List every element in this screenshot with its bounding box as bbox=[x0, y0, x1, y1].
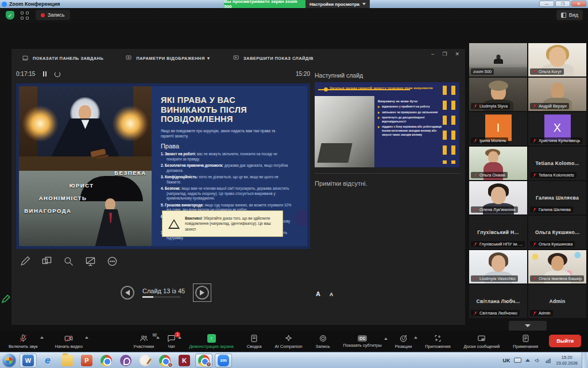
view-button[interactable]: Вид bbox=[556, 10, 583, 20]
taskbar-viber[interactable] bbox=[117, 354, 134, 367]
recording-indicator[interactable]: Запись bbox=[36, 10, 70, 20]
warning-callout: Важливо! Зберігайте доказ того, що ви зд… bbox=[162, 210, 283, 237]
taskbar-word[interactable]: W bbox=[20, 354, 37, 367]
start-video-button[interactable]: Начать видео bbox=[51, 334, 87, 349]
chevron-up-icon[interactable] bbox=[414, 336, 417, 339]
taskbar-internet-explorer[interactable]: e bbox=[39, 354, 56, 367]
start-button[interactable] bbox=[2, 354, 16, 367]
record-button[interactable]: Запись bbox=[312, 334, 334, 349]
system-tray: UK 15:20 23.02.2026 bbox=[502, 352, 588, 368]
pen-tool-icon[interactable] bbox=[20, 256, 30, 267]
chevron-up-icon[interactable] bbox=[178, 336, 181, 339]
increase-font-button[interactable]: A bbox=[316, 290, 320, 297]
chevron-up-icon[interactable] bbox=[156, 336, 160, 339]
pause-timer-icon[interactable] bbox=[43, 71, 47, 76]
minimize-button[interactable]: — bbox=[539, 1, 554, 7]
participant-tile[interactable]: Андрій Верзун bbox=[528, 78, 586, 111]
language-indicator[interactable]: UK bbox=[502, 358, 510, 363]
restore-button[interactable]: ❐ bbox=[555, 1, 570, 7]
taskbar-chrome-active[interactable]: 0 bbox=[195, 354, 212, 367]
participant-tile[interactable]: Tetiana Kolomo... Tetiana Kolomoiets bbox=[528, 147, 586, 180]
restart-timer-icon[interactable] bbox=[55, 71, 60, 77]
chevron-up-icon[interactable] bbox=[85, 336, 88, 339]
chevron-up-icon[interactable] bbox=[40, 336, 44, 339]
chevron-up-icon[interactable] bbox=[384, 338, 388, 340]
leave-meeting-button[interactable]: Выйти bbox=[549, 335, 581, 347]
next-slide-button[interactable] bbox=[195, 286, 209, 300]
end-slideshow-button[interactable]: ЗАВЕРШИТИ ПОКАЗ СЛАЙДІВ bbox=[233, 55, 314, 62]
taskbar-file-explorer[interactable] bbox=[59, 354, 76, 367]
slide-section-heading: Права bbox=[161, 143, 299, 150]
taskbar-clock[interactable]: 15:20 23.02.2026 bbox=[556, 355, 578, 366]
taskbar-media-app[interactable]: K bbox=[176, 354, 193, 367]
thumb-bullet: піддано з боку керівника або роботодавця… bbox=[378, 125, 446, 137]
participant-tile[interactable]: Ольга Когут bbox=[528, 43, 586, 76]
taskbar-paint[interactable] bbox=[137, 354, 154, 367]
participant-tile[interactable]: Ольга Кукшино... Ольга Кукшинова bbox=[528, 216, 586, 249]
art-label-anonymity: АНОНІМНІСТЬ bbox=[39, 195, 87, 201]
view-settings-menu[interactable]: Настройки просмотра bbox=[305, 0, 370, 8]
gallery-grid-icon[interactable] bbox=[21, 12, 29, 20]
notes-button[interactable]: Примечания bbox=[509, 334, 542, 349]
taskbar-powerpoint[interactable]: P bbox=[78, 354, 95, 367]
participant-tile[interactable]: Глухівський Н... Глухівський НПУ ім. ... bbox=[469, 216, 527, 249]
keyboard-icon[interactable] bbox=[514, 358, 521, 363]
participant-tile[interactable]: Liudmyla Slyva bbox=[469, 78, 527, 111]
display-options-button[interactable]: ПАРАМЕТРИ ВІДОБРАЖЕННЯ ▼ bbox=[125, 55, 211, 62]
more-options-icon[interactable] bbox=[107, 256, 118, 267]
annotation-pencil-icon[interactable] bbox=[1, 294, 10, 304]
warning-triangle-icon bbox=[168, 219, 180, 229]
security-shield-icon[interactable]: ✓ bbox=[6, 11, 14, 20]
participant-tile[interactable]: Світлана Любч... Світлана Любченко bbox=[469, 285, 527, 318]
decrease-font-button[interactable]: A bbox=[330, 292, 333, 297]
participant-tile[interactable]: X Христина Кульгавець bbox=[528, 112, 586, 145]
current-slide: БЕЗПЕКА ЮРИСТ АНОНІМНІСТЬ ВИНАГОРОДА ЯКІ… bbox=[16, 83, 310, 249]
list-item: 3. Конфіденційність: ніхто не дізнається… bbox=[161, 175, 292, 185]
close-button[interactable]: ✕ bbox=[571, 1, 586, 7]
participant-tile[interactable]: Олена Лук'янихіна bbox=[469, 181, 527, 214]
ppt-restore-button[interactable]: ❐ bbox=[442, 51, 447, 57]
thumb-bullet: звільнено чи примушено до звільнення bbox=[378, 111, 446, 115]
summary-button[interactable]: Сводка bbox=[243, 334, 266, 349]
taskbar-chrome-profile[interactable]: 0 bbox=[156, 354, 173, 367]
layout-icon bbox=[561, 13, 566, 18]
participant-tile[interactable]: Ольга Іванівна Башкір bbox=[528, 250, 586, 283]
network-icon[interactable] bbox=[545, 357, 552, 364]
show-taskbar-button[interactable]: ПОКАЗАТИ ПАНЕЛЬ ЗАВДАНЬ bbox=[22, 55, 103, 62]
participants-button[interactable]: Участники 92 bbox=[129, 334, 158, 349]
ppt-close-button[interactable]: ✕ bbox=[455, 51, 459, 57]
slide-navigation: Слайд 13 із 45 bbox=[121, 283, 211, 302]
whiteboards-button[interactable]: Доски сообщений bbox=[460, 334, 504, 349]
cc-icon: CC bbox=[358, 335, 367, 342]
previous-slide-button[interactable] bbox=[121, 286, 134, 300]
scroll-more-participants-button[interactable] bbox=[509, 321, 547, 331]
reactions-button[interactable]: Реакции bbox=[391, 334, 416, 349]
taskbar-chrome[interactable] bbox=[98, 354, 115, 367]
participant-tile[interactable]: Liudmyla Vasechko bbox=[469, 250, 527, 283]
ai-companion-button[interactable]: AI Companion bbox=[270, 334, 306, 349]
see-all-slides-icon[interactable] bbox=[41, 256, 52, 267]
slide-progress-bar bbox=[142, 296, 180, 298]
lamp-glow-left bbox=[22, 105, 59, 142]
chat-button[interactable]: Чат 1 bbox=[163, 334, 180, 349]
ppt-minimize-button[interactable]: – bbox=[431, 51, 434, 57]
black-screen-icon[interactable] bbox=[85, 256, 96, 267]
speaker-icon[interactable] bbox=[534, 357, 541, 364]
window-titlebar: Zoom Конференция Вы просматриваете экран… bbox=[0, 0, 588, 8]
participants-sidebar: zoom 500 Ольга Когут Liudmyla Slyva Андр… bbox=[469, 43, 586, 318]
participant-tile[interactable]: Admin Admin bbox=[528, 285, 586, 318]
unmute-button[interactable]: Включить звук bbox=[5, 334, 42, 349]
share-screen-button[interactable]: ↑ Демонстрация экрана bbox=[185, 334, 238, 349]
decorative-circle bbox=[295, 209, 307, 227]
zoom-slide-icon[interactable] bbox=[63, 256, 74, 267]
apps-button[interactable]: Приложения bbox=[421, 334, 454, 349]
participant-tile[interactable]: Ольга Охман bbox=[469, 147, 527, 180]
next-slide-thumbnail[interactable]: Загальні засади гарантій захисту трудови… bbox=[315, 82, 459, 167]
taskbar-zoom[interactable]: zm bbox=[215, 354, 232, 367]
show-hidden-icons[interactable] bbox=[525, 359, 530, 362]
participant-tile[interactable]: Галина Шкляєва Галина Шкляєва bbox=[528, 181, 586, 214]
participant-tile[interactable]: zoom 500 bbox=[469, 43, 527, 76]
captions-button[interactable]: CC Показать субтитры bbox=[339, 335, 386, 348]
participant-tile[interactable]: I Ірина Молень bbox=[469, 112, 527, 145]
show-desktop-button[interactable] bbox=[582, 352, 587, 368]
